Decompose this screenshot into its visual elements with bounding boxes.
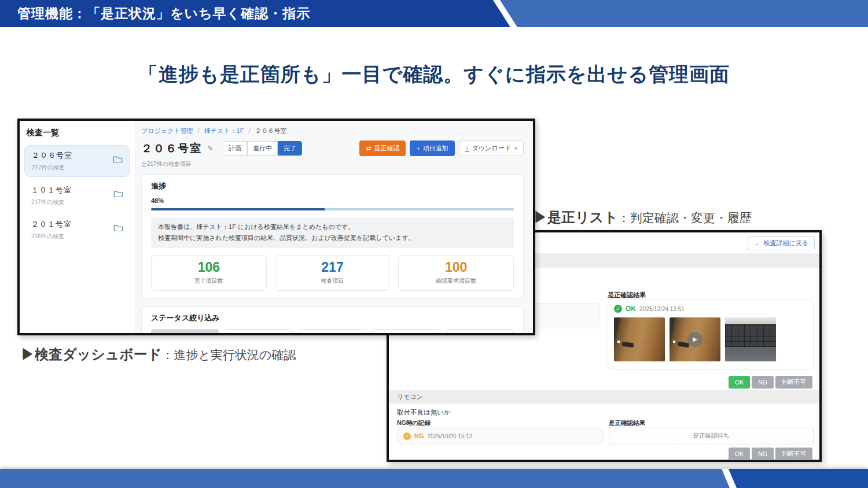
judge-ng-button[interactable]: NG [752, 448, 774, 460]
item1-status: OK [626, 305, 636, 313]
bottom-band [0, 469, 868, 488]
breadcrumb-floor-link[interactable]: 棟テスト：1F [204, 127, 244, 134]
filter-ng-button[interactable]: NG (43) [299, 329, 366, 334]
room-count: 217件の検査 [31, 198, 124, 206]
correction-icon: ⇄ [366, 145, 371, 152]
ng-status: NG [414, 432, 424, 439]
judge-ng-button[interactable]: NG [752, 376, 774, 389]
stats-row: 106 完了項目数 217 検査項目 100 確認要求項目数 [151, 255, 514, 291]
remote-section-header: リモコン [389, 390, 819, 404]
breadcrumb: プロジェクト管理 / 棟テスト：1F / ２０６号室 [141, 127, 524, 135]
tab-plan[interactable]: 計画 [223, 141, 247, 156]
download-button[interactable]: ↓ ダウンロード ∨ [459, 141, 524, 156]
folder-icon [113, 190, 123, 198]
breadcrumb-separator: / [198, 127, 200, 134]
chevron-down-icon: ∨ [514, 146, 517, 151]
ng-check-icon: ✓ [403, 432, 411, 440]
judge-ok-button[interactable]: OK [729, 448, 750, 460]
ng-record-card[interactable]: ✓ NG 2025/10/20 15:12 [397, 427, 604, 445]
room-name: １０１号室 [31, 185, 124, 195]
filter-ok-button[interactable]: OK (58) [225, 329, 292, 334]
inspection-dashboard-screenshot: 検査一覧 ２０６号室 217件の検査 １０１号室 217件の検査 [17, 119, 535, 335]
status-filter-card: ステータス絞り込み すべて (217) OK (58) NG (43) 判断不可… [141, 306, 524, 334]
caption-dashboard: ▶検査ダッシュボード：進捗と実行状況の確認 [21, 345, 296, 364]
remote-result-label: 是正確認結果 [609, 419, 645, 427]
report-description-line2: 検査期間中に実施された検査項目の結果、品質状況、および改善提案を記載しています。 [158, 232, 507, 243]
download-label: ダウンロード [472, 144, 511, 153]
add-item-label: 項目追加 [423, 144, 448, 153]
banner-title: 管理機能：「是正状況」をいち早く確認・指示 [17, 0, 310, 27]
pending-text: 是正確認待ち [693, 432, 729, 440]
inspection-sidebar: 検査一覧 ２０６号室 217件の検査 １０１号室 217件の検査 [20, 121, 135, 333]
breadcrumb-project-link[interactable]: プロジェクト管理 [141, 127, 193, 134]
stat-total-items: 217 検査項目 [275, 255, 391, 291]
stat-value: 106 [152, 260, 266, 275]
judge-ok-button[interactable]: OK [729, 376, 750, 389]
slide-canvas: 管理機能：「是正状況」をいち早く確認・指示 「進捗も是正箇所も」一目で確認。すぐ… [0, 0, 868, 488]
filter-not-done-button[interactable]: 未実施 (111) [446, 329, 514, 334]
ok-check-icon: ✓ [614, 305, 622, 313]
folder-icon [113, 155, 123, 163]
stat-label: 確認要求項目数 [399, 277, 513, 285]
stat-value: 217 [275, 260, 390, 275]
ng-timestamp: 2025/10/20 15:12 [428, 433, 473, 439]
caption-correction-list: ▶是正リスト：判定確認・変更・履歴 [534, 208, 752, 227]
add-item-button[interactable]: + 項目追加 [410, 141, 454, 156]
sidebar-item-room-101[interactable]: １０１号室 217件の検査 [24, 180, 130, 211]
progress-card: 進捗 48% 本報告書は、棟テスト：1F における検査結果をまとめたものです。 … [141, 174, 524, 299]
caption-dashboard-rest: ：進捗と実行状況の確認 [161, 348, 296, 361]
stat-label: 検査項目 [275, 277, 390, 285]
stat-label: 完了項目数 [152, 277, 266, 285]
stat-confirm-requests: 100 確認要求項目数 [398, 255, 514, 291]
edit-pencil-icon[interactable]: ✎ [207, 144, 214, 153]
sidebar-item-room-201[interactable]: ２０１号室 216件の検査 [24, 215, 130, 245]
filter-heading: ステータス絞り込み [151, 313, 514, 323]
item1-photos: ▶ [614, 317, 807, 361]
photo-door-video[interactable]: ▶ [670, 317, 720, 361]
items-total-subtitle: 全217件の検査項目 [141, 160, 524, 168]
room-count: 217件の検査 [32, 164, 124, 172]
sidebar-item-room-206[interactable]: ２０６号室 217件の検査 [24, 145, 130, 177]
photo-keyboard[interactable] [725, 317, 776, 361]
photo-door-1[interactable] [614, 317, 665, 361]
door-handle-shape [622, 341, 634, 347]
band-light-shape [0, 469, 868, 488]
dashboard-body: 検査一覧 ２０６号室 217件の検査 １０１号室 217件の検査 [20, 121, 533, 333]
top-banner: 管理機能：「是正状況」をいち早く確認・指示 [0, 0, 868, 27]
caption-correction-rest: ：判定確認・変更・履歴 [618, 211, 752, 224]
item1-result-card: ✓ OK 2025/12/24 12:51 ▶ [608, 300, 814, 370]
play-icon[interactable]: ▶ [687, 332, 703, 347]
filter-unable-button[interactable]: 判断不可 (5) [372, 329, 440, 334]
laptop-trackpad-shape [725, 347, 776, 361]
tab-done[interactable]: 完了 [278, 141, 302, 156]
photo-dot [617, 341, 620, 343]
progress-heading: 進捗 [151, 181, 514, 191]
back-arrow-icon: ← [754, 240, 760, 247]
slide-headline: 「進捗も是正箇所も」一目で確認。すぐに指示を出せる管理画面 [0, 61, 868, 88]
stat-completed: 106 完了項目数 [151, 255, 267, 291]
judge-unable-button[interactable]: 判断不可 [775, 448, 812, 460]
filter-all-button[interactable]: すべて (217) [151, 329, 219, 334]
room-name: ２０６号室 [32, 150, 124, 161]
room-count: 216件の検査 [31, 232, 124, 241]
page-title: ２０６号室 [141, 141, 202, 156]
breadcrumb-current: ２０６号室 [255, 127, 287, 134]
correction-check-button[interactable]: ⇄ 是正確認 [359, 141, 406, 156]
sidebar-title: 検査一覧 [27, 128, 130, 138]
progress-bar-fill [151, 208, 325, 210]
back-to-inspection-button[interactable]: ← 検査詳細に戻る [748, 236, 815, 250]
laptop-screen-shape [725, 317, 776, 324]
correction-button-label: 是正確認 [374, 144, 399, 153]
photo-dot [673, 341, 675, 343]
back-button-label: 検査詳細に戻る [763, 239, 808, 247]
tab-in-progress[interactable]: 進行中 [247, 141, 278, 156]
room-name: ２０１号室 [31, 219, 124, 230]
item1-judge-buttons: OK NG 判断不可 [729, 376, 812, 389]
item1-timestamp: 2025/12/24 12:51 [639, 306, 685, 312]
judge-unable-button[interactable]: 判断不可 [775, 376, 812, 389]
progress-percent: 48% [151, 197, 514, 204]
title-row: ２０６号室 ✎ 計画 進行中 完了 ⇄ 是正確認 + 項目追加 [141, 141, 524, 156]
item1-result-header: ✓ OK 2025/12/24 12:51 [614, 305, 807, 313]
caption-dashboard-bold: ▶検査ダッシュボード [21, 346, 161, 362]
breadcrumb-separator: / [248, 127, 250, 134]
